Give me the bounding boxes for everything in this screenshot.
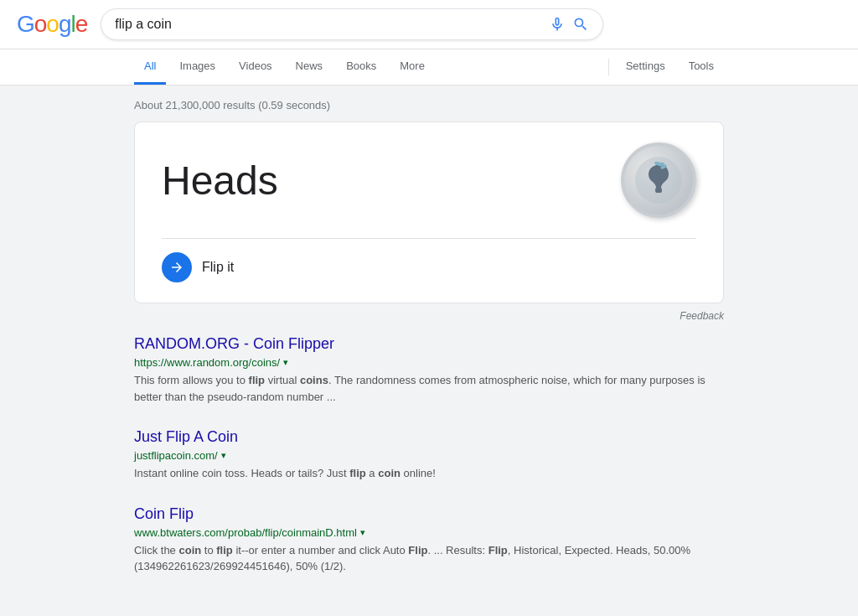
flip-circle-button[interactable] (162, 252, 192, 282)
result-url-row-3: www.btwaters.com/probab/flip/coinmainD.h… (134, 526, 724, 539)
search-result-1: RANDOM.ORG - Coin Flipper https://www.ra… (134, 335, 724, 405)
result-url-3: www.btwaters.com/probab/flip/coinmainD.h… (134, 526, 357, 539)
flip-label: Flip it (202, 260, 234, 275)
tab-images[interactable]: Images (169, 49, 225, 85)
tab-all[interactable]: All (134, 49, 166, 85)
tab-videos[interactable]: Videos (229, 49, 282, 85)
feedback-row: Feedback (134, 310, 724, 322)
nav-right: Settings Tools (616, 49, 724, 85)
search-result-3: Coin Flip www.btwaters.com/probab/flip/c… (134, 505, 724, 575)
nav-tabs: All Images Videos News Books More Settin… (0, 49, 858, 85)
result-url-arrow-1[interactable]: ▾ (283, 357, 288, 368)
google-logo: Google (17, 11, 87, 38)
search-input[interactable] (115, 17, 542, 32)
main-content: About 21,300,000 results (0.59 seconds) … (0, 85, 858, 612)
logo-g2: g (59, 11, 71, 37)
result-url-row-1: https://www.random.org/coins/ ▾ (134, 356, 724, 369)
tab-tools[interactable]: Tools (679, 49, 724, 85)
result-title-1[interactable]: RANDOM.ORG - Coin Flipper (134, 335, 724, 353)
nav-divider (608, 59, 609, 75)
coin-figure-svg (633, 151, 684, 210)
result-snippet-1: This form allows you to flip virtual coi… (134, 372, 724, 405)
coin-image (621, 142, 696, 218)
logo-g1: G (17, 11, 34, 37)
result-title-2[interactable]: Just Flip A Coin (134, 428, 724, 446)
widget-main: Heads (162, 142, 696, 218)
result-url-row-2: justflipacoin.com/ ▾ (134, 449, 724, 462)
feedback-link[interactable]: Feedback (680, 310, 724, 322)
result-title-3[interactable]: Coin Flip (134, 505, 724, 523)
logo-o2: o (46, 11, 59, 37)
result-url-2: justflipacoin.com/ (134, 449, 218, 462)
tab-more[interactable]: More (390, 49, 435, 85)
tab-settings[interactable]: Settings (616, 49, 675, 85)
logo-o1: o (34, 11, 47, 37)
nav-left: All Images Videos News Books More (134, 49, 602, 85)
results-count: About 21,300,000 results (0.59 seconds) (134, 99, 724, 111)
mic-icon[interactable] (549, 16, 566, 33)
result-url-1: https://www.random.org/coins/ (134, 356, 280, 369)
result-url-arrow-3[interactable]: ▾ (360, 527, 365, 538)
tab-books[interactable]: Books (336, 49, 386, 85)
result-url-arrow-2[interactable]: ▾ (221, 450, 226, 461)
coin-result: Heads (162, 158, 278, 204)
flip-button-row: Flip it (162, 238, 696, 282)
result-snippet-2: Instant online coin toss. Heads or tails… (134, 465, 724, 482)
svg-rect-1 (655, 188, 662, 193)
result-snippet-3: Click the coin to flip it--or enter a nu… (134, 542, 724, 575)
search-bar (101, 8, 603, 40)
tab-news[interactable]: News (286, 49, 333, 85)
search-result-2: Just Flip A Coin justflipacoin.com/ ▾ In… (134, 428, 724, 482)
search-button[interactable] (572, 16, 589, 33)
header: Google (0, 0, 858, 49)
logo-e: e (75, 11, 88, 37)
coin-flip-widget: Heads (134, 122, 724, 303)
